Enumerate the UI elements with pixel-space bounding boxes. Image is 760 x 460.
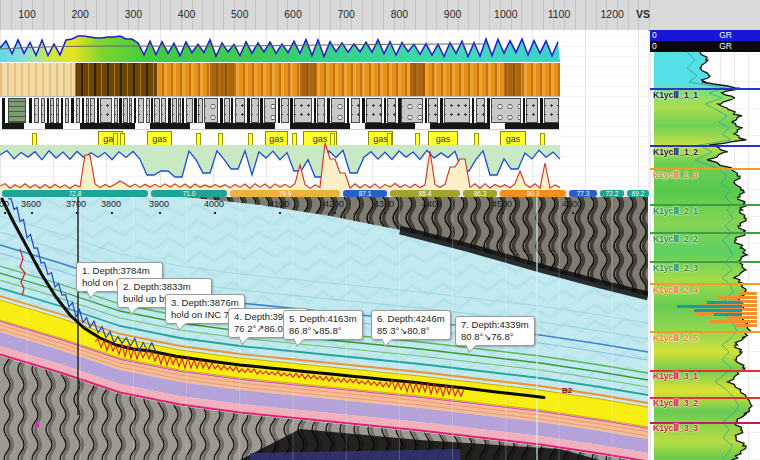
vs-ruler-tick: 1100 [548,8,571,20]
gr-header-curve-name: GR [719,41,732,52]
formation-marker-label[interactable]: K1ycⅢ_2_5 [653,333,698,343]
lithology-block-bar [260,98,263,123]
formation-marker-label[interactable]: K1ycⅢ_1_2 [653,147,698,157]
formation-marker-label[interactable]: K1ycⅢ_3_3 [653,423,698,433]
lithology-block-dots [444,98,470,123]
gas-tick-mark [113,133,118,146]
formation-marker-label[interactable]: K1ycⅢ_2_4 [653,285,698,295]
lithology-block-bar [47,98,49,123]
vs-ruler[interactable]: 100200300400500600700800900100011001200V… [0,0,760,31]
inclination-segment: 72.8 [2,190,148,197]
gas-label-box: gas [265,131,288,147]
target-point-label: B2 [562,386,572,395]
inclination-segment: 80.3 [500,190,566,197]
lithology-block-dots [154,98,160,123]
vs-ruler-tick: 300 [125,8,143,20]
lithology-block-bar [362,98,365,123]
lithology-block-gray [198,98,203,123]
annotation-callout[interactable]: 5. Depth:4163m86.8°↘85.8° [283,310,363,340]
md-depth-tick: 4400 [422,199,442,209]
lithology-block-dots [476,98,485,123]
annotation-callout[interactable]: 6. Depth:4246m85.3°↘80.8° [371,310,451,340]
md-depth-tick: 00 [0,199,9,209]
inclination-segment: 77.3 [569,190,597,197]
gas-tick-mark [218,133,223,146]
formation-marker-label[interactable]: K1ycⅢ_3_2 [653,398,698,408]
md-depth-tick-dot [76,212,78,214]
vs-ruler-tick: 1000 [494,8,517,20]
formation-marker-label[interactable]: K1ycⅢ_1_1 [653,90,698,100]
inclination-segment-bar[interactable]: 72.871.079.987.185.486.380.377.372.269.2 [0,190,650,197]
lithology-block-dots [387,98,396,123]
formation-marker-label[interactable]: K1ycⅢ_2_2 [653,234,698,244]
gas-label-box: gas [428,131,458,147]
gas-histogram-bar-teal [707,301,742,304]
lithology-block-circ [491,98,521,123]
gas-histogram-bar-orange [717,296,757,299]
formation-marker-label[interactable]: K1ycⅢ_1_3 [653,170,698,180]
vs-ruler-tick: 1200 [601,8,624,20]
lithology-block-dots [544,98,559,123]
formation-marker-label[interactable]: K1ycⅢ_3_1 [653,371,698,381]
md-depth-tick-dot [432,212,434,214]
lithology-block-dots [281,98,289,123]
gas-tick-mark [196,133,201,146]
md-depth-tick: 3700 [66,199,86,209]
inclination-segment: 71.0 [151,190,227,197]
gas-tick-mark [32,133,37,146]
gas-show-track[interactable]: gasgasgasgasgasgasgas [0,129,560,149]
lithology-track[interactable] [0,96,560,130]
image-log-track[interactable] [0,63,560,96]
md-depth-tick-dot [31,212,33,214]
formation-marker-label[interactable]: K1ycⅢ_2_1 [653,206,698,216]
lithology-block-bar [29,98,32,123]
lithology-block-circ [331,98,345,123]
lithology-block-gray [50,98,54,123]
lithology-block-bar [134,98,136,123]
gr-header-min: 0 [652,41,657,52]
md-depth-tick-dot [111,212,113,214]
md-depth-tick-dot [214,212,216,214]
lithology-block-circ [204,98,218,123]
gas-histogram-bar-teal [677,305,742,308]
lithology-block-gray [178,98,181,123]
lithology-block-bar [523,98,525,123]
lithology-block-bar [119,98,122,123]
lithology-block-bar [194,98,197,123]
annotation-depth-text: 2. Depth:3833m [123,281,206,293]
lithology-block-dots [138,98,144,123]
md-depth-tick: 4300 [374,199,394,209]
gr-header-bar: 0GR [650,41,760,52]
vs-ruler-unit-label: VS [636,8,650,20]
vs-ruler-tick: 600 [284,8,302,20]
lithology-block-circ [264,98,276,123]
lithology-block-dots [251,98,259,123]
lithology-block-bar [151,98,153,123]
vs-ruler-tick: 800 [391,8,409,20]
lithology-block-gray [146,98,150,123]
inclination-segment: 79.9 [230,190,340,197]
gas-tick-mark [387,133,392,146]
lithology-block-gray [224,98,230,123]
gas-tick-mark [120,133,125,146]
md-depth-tick: 4000 [204,199,224,209]
lithology-block-bar [290,98,293,123]
lithology-block-bar [82,98,84,123]
lithology-block-bar [347,98,349,123]
lithology-block-green [8,98,26,123]
md-depth-tick: 4200 [324,199,344,209]
formation-marker-label[interactable]: K1ycⅢ_2_3 [653,263,698,273]
gas-histogram-bar-orange [727,316,757,319]
gr-correlation-panel[interactable]: 0GR0GRK1ycⅢ_1_1K1ycⅢ_1_2K1ycⅢ_1_3K1ycⅢ_2… [650,0,760,460]
inclination-segment: 87.1 [343,190,387,197]
lithology-block-dots [317,98,325,123]
lithology-block-gray [34,98,39,123]
annotation-callout[interactable]: 7. Depth:4339m80.8°↘76.8° [455,316,535,346]
inclination-segment: 69.2 [627,190,649,197]
lithology-block-bar [425,98,427,123]
vs-ruler-tick: 400 [178,8,196,20]
lithology-block-bar [247,98,250,123]
gas-histogram-bar-orange [735,324,757,327]
annotation-depth-text: 7. Depth:4339m [461,319,529,331]
lithology-block-gray [172,98,177,123]
